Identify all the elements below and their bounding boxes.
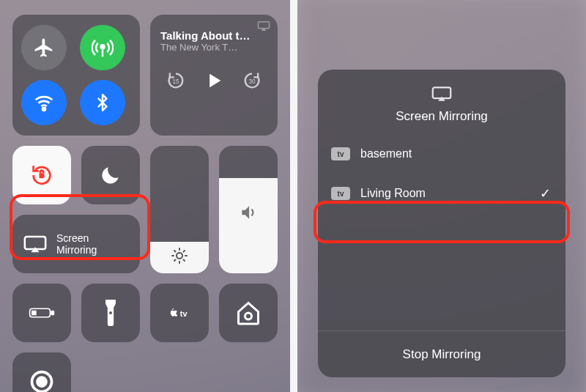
skip-back-15-button[interactable]: 15 [166,70,186,91]
checkmark-icon: ✓ [540,185,551,201]
screen-mirroring-sheet: Screen Mirroring tv basement tv Living R… [318,70,565,377]
screen-mirroring-label-2: Mirroring [56,244,97,256]
svg-point-7 [177,253,182,259]
apple-tv-badge-icon: tv [331,187,350,200]
svg-text:tv: tv [180,309,188,318]
sheet-title: Screen Mirroring [396,109,488,124]
svg-rect-18 [51,311,53,315]
control-center-pane: Talking About t… The New York T… 15 30 [0,0,290,392]
play-icon [204,70,224,91]
media-title: Talking About t… [160,29,250,42]
svg-line-15 [184,251,185,252]
skip-forward-30-icon: 30 [242,70,262,91]
device-living-room[interactable]: tv Living Room ✓ [318,174,565,213]
wifi-icon [33,92,55,114]
svg-point-22 [245,313,252,319]
svg-rect-6 [39,173,44,178]
volume-slider[interactable] [219,146,278,273]
wifi-toggle[interactable] [21,80,67,125]
svg-point-0 [101,45,105,48]
cellular-data-toggle[interactable] [80,25,125,70]
rotation-lock-icon [29,163,54,188]
control-center-grid: Talking About t… The New York T… 15 30 [0,0,290,392]
device-list: tv basement tv Living Room ✓ [318,134,565,330]
volume-icon [239,203,258,222]
bluetooth-icon [93,92,112,114]
device-basement[interactable]: tv basement [318,134,565,174]
apple-tv-icon: tv [166,300,193,326]
svg-point-20 [109,311,112,314]
svg-rect-19 [31,311,37,316]
device-label: Living Room [360,187,530,200]
brightness-slider[interactable] [150,146,209,273]
airplay-audio-icon [257,21,270,31]
connectivity-tile [12,15,140,136]
svg-point-2 [42,108,45,111]
moon-icon [99,163,122,187]
svg-text:15: 15 [172,78,179,85]
now-playing-tile[interactable]: Talking About t… The New York T… 15 30 [150,15,278,136]
stop-mirroring-button[interactable]: Stop Mirroring [318,330,565,377]
screen-mirroring-button[interactable]: Screen Mirroring [12,215,140,273]
home-icon [235,300,262,326]
svg-line-14 [174,260,176,262]
screen-mirroring-icon [431,86,453,102]
do-not-disturb-toggle[interactable] [81,146,140,204]
apple-tv-remote-button[interactable]: tv [150,284,209,342]
svg-line-13 [184,260,185,262]
record-icon [29,369,55,392]
media-subtitle: The New York T… [160,42,237,53]
airplane-icon [33,37,55,59]
svg-text:30: 30 [248,78,256,85]
low-power-mode-toggle[interactable] [12,284,71,342]
svg-rect-3 [259,22,270,29]
device-label: basement [360,147,551,160]
cellular-antenna-icon [92,37,114,59]
screen-record-button[interactable] [12,352,71,392]
bluetooth-toggle[interactable] [80,80,125,125]
home-button[interactable] [219,284,278,342]
brightness-icon [171,247,188,265]
play-button[interactable] [204,70,224,91]
screen-mirroring-label-1: Screen [56,232,97,244]
svg-point-24 [37,377,46,386]
skip-back-15-icon: 15 [166,70,186,91]
airplane-mode-toggle[interactable] [21,25,67,70]
screen-mirroring-icon [23,234,48,254]
flashlight-icon [97,300,124,326]
battery-low-power-icon [29,300,55,326]
svg-line-12 [174,251,176,252]
rotation-lock-toggle[interactable] [12,146,71,204]
skip-forward-30-button[interactable]: 30 [242,70,262,91]
flashlight-button[interactable] [81,284,140,342]
screen-mirroring-pane: Screen Mirroring tv basement tv Living R… [297,0,586,392]
panes-divider [290,0,297,392]
stop-mirroring-label: Stop Mirroring [403,347,481,362]
apple-tv-badge-icon: tv [331,147,350,160]
